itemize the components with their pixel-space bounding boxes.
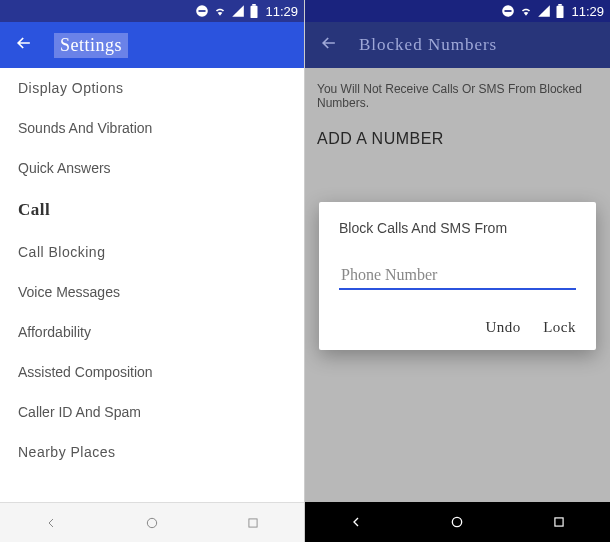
- nav-back-icon[interactable]: [336, 502, 376, 542]
- svg-rect-11: [555, 518, 563, 526]
- status-time: 11:29: [571, 4, 604, 19]
- back-arrow-icon[interactable]: [14, 33, 34, 57]
- svg-rect-1: [199, 10, 206, 12]
- nav-bar: [305, 502, 610, 542]
- signal-icon: [231, 4, 245, 18]
- wifi-icon: [519, 4, 533, 18]
- phone-right-blocked-numbers: 11:29 Blocked Numbers You Will Not Recei…: [305, 0, 610, 542]
- undo-button[interactable]: Undo: [485, 319, 520, 336]
- lock-button[interactable]: Lock: [543, 319, 576, 336]
- settings-list: Display Options Sounds And Vibration Qui…: [0, 68, 304, 502]
- status-bar: 11:29: [305, 0, 610, 22]
- svg-rect-7: [505, 10, 512, 12]
- dnd-icon: [501, 4, 515, 18]
- settings-section-call: Call: [0, 188, 304, 232]
- settings-item-voice-messages[interactable]: Voice Messages: [0, 272, 304, 312]
- back-arrow-icon[interactable]: [319, 33, 339, 57]
- status-bar: 11:29: [0, 0, 304, 22]
- svg-rect-2: [251, 6, 258, 18]
- block-dialog: Block Calls And SMS From Undo Lock: [319, 202, 596, 350]
- nav-home-icon[interactable]: [437, 502, 477, 542]
- phone-number-input[interactable]: [339, 262, 576, 290]
- status-time: 11:29: [265, 4, 298, 19]
- add-number-button[interactable]: ADD A NUMBER: [305, 124, 610, 166]
- svg-rect-9: [559, 4, 563, 6]
- blocked-content: You Will Not Receive Calls Or SMS From B…: [305, 68, 610, 502]
- info-text: You Will Not Receive Calls Or SMS From B…: [305, 68, 610, 124]
- settings-item-assisted-composition[interactable]: Assisted Composition: [0, 352, 304, 392]
- battery-icon: [249, 4, 259, 18]
- nav-bar: [0, 502, 304, 542]
- settings-item-affordability[interactable]: Affordability: [0, 312, 304, 352]
- dialog-actions: Undo Lock: [339, 318, 576, 336]
- settings-item-display[interactable]: Display Options: [0, 68, 304, 108]
- header: Blocked Numbers: [305, 22, 610, 68]
- dnd-icon: [195, 4, 209, 18]
- settings-item-call-blocking[interactable]: Call Blocking: [0, 232, 304, 272]
- svg-rect-3: [253, 4, 257, 6]
- wifi-icon: [213, 4, 227, 18]
- signal-icon: [537, 4, 551, 18]
- nav-recent-icon[interactable]: [233, 503, 273, 543]
- nav-recent-icon[interactable]: [539, 502, 579, 542]
- page-title: Settings: [54, 33, 128, 58]
- svg-point-4: [147, 518, 156, 527]
- settings-item-sounds[interactable]: Sounds And Vibration: [0, 108, 304, 148]
- phone-left-settings: 11:29 Settings Display Options Sounds An…: [0, 0, 305, 542]
- svg-rect-8: [557, 6, 564, 18]
- header: Settings: [0, 22, 304, 68]
- settings-item-nearby-places[interactable]: Nearby Places: [0, 432, 304, 472]
- settings-item-caller-id[interactable]: Caller ID And Spam: [0, 392, 304, 432]
- dialog-title: Block Calls And SMS From: [339, 220, 576, 236]
- svg-point-10: [453, 517, 462, 526]
- settings-item-quick-answers[interactable]: Quick Answers: [0, 148, 304, 188]
- nav-back-icon[interactable]: [31, 503, 71, 543]
- battery-icon: [555, 4, 565, 18]
- nav-home-icon[interactable]: [132, 503, 172, 543]
- page-title: Blocked Numbers: [359, 35, 497, 55]
- svg-rect-5: [249, 518, 257, 526]
